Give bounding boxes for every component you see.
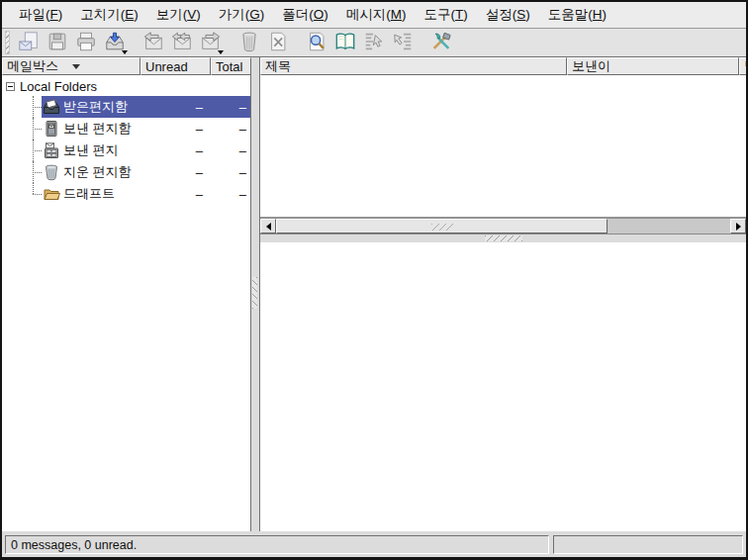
find-icon bbox=[306, 31, 327, 55]
dropdown-caret-icon bbox=[122, 50, 128, 54]
folder-unread-count: – bbox=[143, 122, 210, 137]
sort-descending-icon bbox=[72, 64, 80, 69]
folder-unread-count: – bbox=[143, 100, 210, 115]
folder-label: 받은편지함 bbox=[63, 98, 143, 116]
header-date[interactable]: 날 bbox=[739, 57, 748, 75]
folder-label: 보낸 편지 bbox=[63, 141, 143, 159]
folder-total-count: – bbox=[210, 122, 250, 137]
folder-label: 드래프트 bbox=[63, 185, 143, 203]
reply-button[interactable] bbox=[139, 30, 167, 56]
folder-tree: Local Folders 받은편지함 – – bbox=[2, 75, 250, 531]
toolbar bbox=[2, 29, 746, 57]
tree-connector bbox=[2, 183, 42, 205]
menu-help[interactable]: 도움말(H) bbox=[539, 4, 615, 26]
message-list[interactable] bbox=[260, 75, 746, 218]
main-area: 메일박스 Unread Total Local Folders bbox=[2, 57, 746, 531]
save-icon bbox=[47, 31, 68, 55]
cancel-icon bbox=[267, 31, 289, 55]
horizontal-splitter[interactable] bbox=[260, 234, 746, 242]
collapse-expander-icon[interactable] bbox=[6, 82, 15, 91]
scrollbar-thumb[interactable] bbox=[276, 219, 608, 233]
trash-icon bbox=[238, 31, 260, 55]
folder-row-outbox[interactable]: 보낸 편지 – – bbox=[2, 140, 250, 161]
next-unread-button[interactable] bbox=[388, 30, 417, 56]
scroll-left-button[interactable] bbox=[260, 219, 276, 233]
menu-folder[interactable]: 폴더(O) bbox=[273, 4, 337, 26]
prev-unread-icon bbox=[363, 31, 385, 55]
reply-all-icon bbox=[171, 31, 193, 55]
reply-all-button[interactable] bbox=[167, 30, 196, 56]
folder-label: 보낸 편지함 bbox=[63, 120, 143, 138]
splitter-grip bbox=[252, 277, 257, 309]
menu-go[interactable]: 가기(G) bbox=[210, 4, 274, 26]
check-mail-button[interactable] bbox=[100, 30, 129, 56]
sent-folder-icon bbox=[43, 120, 60, 138]
status-message: 0 messages, 0 unread. bbox=[5, 535, 549, 554]
scroll-right-button[interactable] bbox=[730, 219, 746, 233]
folder-label: 지운 편지함 bbox=[63, 163, 143, 181]
folder-unread-count: – bbox=[143, 187, 210, 202]
folder-list-header: 메일박스 Unread Total bbox=[2, 57, 250, 75]
horizontal-scrollbar[interactable] bbox=[260, 218, 746, 234]
folder-total-count: – bbox=[210, 100, 250, 115]
header-mailbox[interactable]: 메일박스 bbox=[2, 57, 140, 75]
find-button[interactable] bbox=[302, 30, 330, 56]
folder-row-drafts[interactable]: 드래프트 – – bbox=[2, 183, 250, 205]
message-list-header: 제목 보낸이 날 bbox=[260, 57, 746, 75]
inbox-folder-icon bbox=[43, 98, 60, 116]
print-icon bbox=[75, 31, 97, 55]
reply-icon bbox=[142, 31, 164, 55]
tools-button[interactable] bbox=[426, 30, 455, 56]
forward-button[interactable] bbox=[196, 30, 225, 56]
save-button[interactable] bbox=[43, 30, 71, 56]
folder-row-sent-mailbox[interactable]: 보낸 편지함 – – bbox=[2, 118, 250, 140]
vertical-splitter[interactable] bbox=[251, 57, 259, 531]
tree-connector bbox=[2, 118, 42, 140]
folder-unread-count: – bbox=[143, 165, 210, 180]
message-pane: 제목 보낸이 날 bbox=[259, 57, 746, 531]
dropdown-caret-icon bbox=[218, 50, 224, 54]
splitter-grip bbox=[485, 235, 522, 241]
statusbar: 0 messages, 0 unread. bbox=[2, 531, 746, 557]
arrow-right-icon bbox=[736, 223, 741, 231]
arrow-left-icon bbox=[266, 223, 271, 231]
folder-total-count: – bbox=[210, 187, 250, 202]
menu-file[interactable]: 파일(F) bbox=[10, 4, 71, 26]
header-total[interactable]: Total bbox=[211, 57, 251, 75]
menu-message[interactable]: 메시지(M) bbox=[337, 4, 416, 26]
mail-client-window: 파일(F) 고치기(E) 보기(V) 가기(G) 폴더(O) 메시지(M) 도구… bbox=[0, 0, 748, 560]
folder-total-count: – bbox=[210, 143, 250, 158]
next-unread-icon bbox=[392, 31, 414, 55]
folder-unread-count: – bbox=[143, 143, 210, 158]
tree-root-local-folders[interactable]: Local Folders bbox=[2, 77, 250, 96]
prev-unread-button[interactable] bbox=[359, 30, 388, 56]
folder-row-inbox[interactable]: 받은편지함 – – bbox=[2, 96, 250, 118]
header-subject[interactable]: 제목 bbox=[260, 57, 567, 75]
new-message-icon bbox=[18, 31, 40, 55]
status-aux-panel bbox=[553, 535, 743, 554]
outbox-folder-icon bbox=[43, 141, 60, 159]
header-sender[interactable]: 보낸이 bbox=[567, 57, 739, 75]
print-button[interactable] bbox=[71, 30, 100, 56]
folder-pane: 메일박스 Unread Total Local Folders bbox=[2, 57, 251, 531]
trash-folder-icon bbox=[43, 163, 60, 181]
scrollbar-track[interactable] bbox=[276, 219, 730, 233]
address-book-button[interactable] bbox=[330, 30, 359, 56]
tree-connector bbox=[2, 140, 42, 161]
menu-edit[interactable]: 고치기(E) bbox=[71, 4, 147, 26]
drafts-folder-icon bbox=[43, 185, 60, 203]
menu-view[interactable]: 보기(V) bbox=[147, 4, 210, 26]
root-folder-label: Local Folders bbox=[20, 79, 97, 94]
tools-icon bbox=[430, 31, 452, 55]
menu-settings[interactable]: 설정(S) bbox=[477, 4, 539, 26]
delete-button[interactable] bbox=[234, 30, 263, 56]
message-preview-pane bbox=[260, 242, 746, 531]
menu-tools[interactable]: 도구(T) bbox=[416, 4, 477, 26]
menubar: 파일(F) 고치기(E) 보기(V) 가기(G) 폴더(O) 메시지(M) 도구… bbox=[2, 2, 746, 29]
folder-row-trash[interactable]: 지운 편지함 – – bbox=[2, 161, 250, 183]
new-message-button[interactable] bbox=[14, 30, 43, 56]
toolbar-drag-handle[interactable] bbox=[5, 31, 10, 54]
folder-total-count: – bbox=[210, 165, 250, 180]
header-unread[interactable]: Unread bbox=[140, 57, 211, 75]
cancel-button[interactable] bbox=[263, 30, 292, 56]
